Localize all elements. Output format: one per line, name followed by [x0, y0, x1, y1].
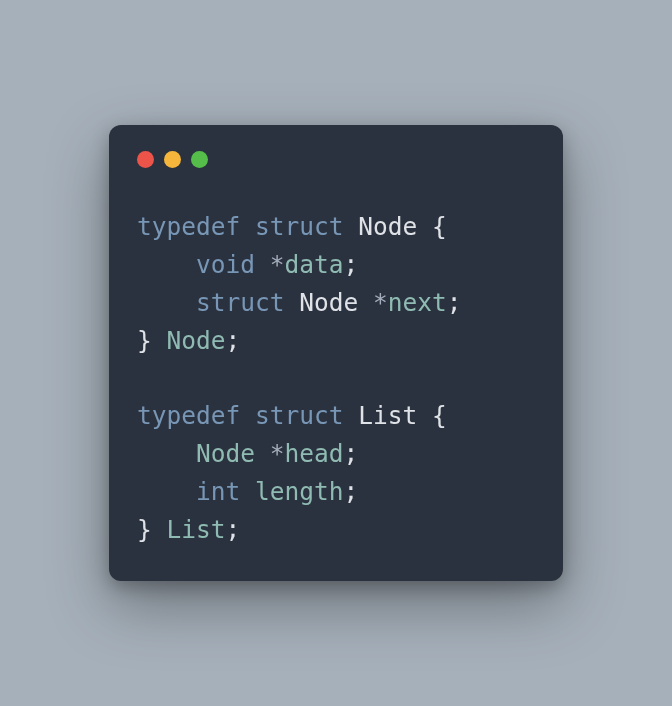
code-token: List	[167, 515, 226, 544]
code-token	[137, 288, 196, 317]
code-token: {	[417, 212, 447, 241]
code-token: ;	[344, 250, 359, 279]
code-token	[285, 288, 300, 317]
code-token: next	[388, 288, 447, 317]
code-token: head	[285, 439, 344, 468]
code-token	[240, 477, 255, 506]
code-token	[255, 250, 270, 279]
code-token: Node	[167, 326, 226, 355]
close-icon[interactable]	[137, 151, 154, 168]
code-token	[240, 401, 255, 430]
window-titlebar	[137, 151, 535, 168]
code-token: ;	[226, 326, 241, 355]
code-token: struct	[196, 288, 285, 317]
code-token: struct	[255, 401, 344, 430]
code-block: typedef struct Node { void *data; struct…	[137, 208, 535, 550]
code-token	[344, 401, 359, 430]
code-token	[137, 439, 196, 468]
code-token	[255, 439, 270, 468]
code-token: data	[285, 250, 344, 279]
code-token: List	[358, 401, 417, 430]
code-token: }	[137, 326, 167, 355]
zoom-icon[interactable]	[191, 151, 208, 168]
code-window: typedef struct Node { void *data; struct…	[109, 125, 563, 582]
page-background: typedef struct Node { void *data; struct…	[0, 0, 672, 706]
code-token: Node	[358, 212, 417, 241]
code-token: {	[417, 401, 447, 430]
code-token	[240, 212, 255, 241]
code-token: ;	[344, 477, 359, 506]
minimize-icon[interactable]	[164, 151, 181, 168]
code-token: ;	[344, 439, 359, 468]
code-token	[137, 250, 196, 279]
code-token: *	[270, 250, 285, 279]
code-token: ;	[447, 288, 462, 317]
code-token	[358, 288, 373, 317]
code-token: ;	[226, 515, 241, 544]
code-token	[137, 477, 196, 506]
code-token: *	[270, 439, 285, 468]
code-token: Node	[196, 439, 255, 468]
code-token: length	[255, 477, 344, 506]
code-token: void	[196, 250, 255, 279]
code-token: }	[137, 515, 167, 544]
code-token: typedef	[137, 401, 240, 430]
code-token: *	[373, 288, 388, 317]
code-token: int	[196, 477, 240, 506]
code-token: struct	[255, 212, 344, 241]
code-token: typedef	[137, 212, 240, 241]
code-token	[344, 212, 359, 241]
code-token: Node	[299, 288, 358, 317]
